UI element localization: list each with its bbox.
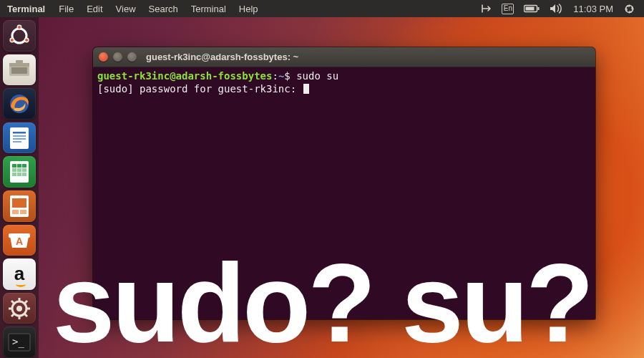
svg-rect-28 [12, 173, 16, 176]
svg-rect-20 [13, 141, 21, 142]
svg-rect-18 [13, 135, 26, 137]
network-indicator-icon[interactable] [475, 4, 497, 14]
launcher-dash[interactable] [3, 20, 36, 52]
launcher-firefox[interactable] [3, 88, 36, 120]
window-close-button[interactable] [99, 52, 108, 62]
svg-rect-26 [17, 168, 21, 172]
svg-rect-30 [22, 173, 26, 176]
svg-rect-22 [12, 164, 16, 168]
menu-file[interactable]: Edit [80, 4, 109, 14]
svg-point-10 [25, 39, 28, 42]
software-center-icon: A [7, 229, 31, 251]
prompt-sep: : [272, 70, 278, 82]
menu-edit[interactable]: View [109, 4, 142, 14]
svg-rect-29 [17, 173, 21, 176]
terminal-output-line: [sudo] password for guest-rk3inc: [97, 83, 303, 95]
prompt-symbol: $ [284, 70, 290, 82]
ubuntu-logo-icon [7, 24, 31, 48]
overlay-caption: sudo? su? [0, 248, 644, 358]
terminal-body[interactable]: guest-rk3inc@adarsh-fossbytes:~$ sudo su… [93, 67, 595, 98]
menu-view[interactable]: Search [142, 4, 185, 14]
window-maximize-button[interactable] [127, 52, 137, 62]
svg-rect-1 [538, 7, 540, 10]
svg-rect-14 [16, 60, 23, 63]
impress-icon [9, 194, 30, 218]
top-menubar: Terminal File Edit View Search Terminal … [0, 0, 644, 17]
svg-rect-24 [22, 164, 26, 168]
svg-rect-32 [12, 198, 26, 208]
clock-indicator[interactable]: 11:03 PM [567, 4, 619, 14]
svg-rect-25 [12, 168, 16, 172]
svg-rect-13 [11, 67, 27, 74]
language-label: En [502, 4, 514, 14]
svg-rect-27 [22, 168, 26, 172]
svg-rect-33 [12, 210, 19, 214]
prompt-user-host: guest-rk3inc@adarsh-fossbytes [97, 70, 272, 82]
launcher-files[interactable] [3, 54, 36, 86]
svg-rect-2 [526, 7, 535, 11]
writer-icon [9, 126, 30, 150]
terminal-title: guest-rk3inc@adarsh-fossbytes: ~ [146, 52, 298, 62]
launcher-impress[interactable] [3, 190, 36, 222]
launcher-calc[interactable] [3, 156, 36, 188]
session-indicator-icon[interactable] [619, 4, 640, 14]
svg-rect-34 [20, 210, 26, 214]
menu-search[interactable]: Terminal [185, 4, 233, 14]
menu-terminal-2[interactable]: Help [233, 4, 265, 14]
svg-text:A: A [16, 236, 23, 247]
svg-point-8 [18, 26, 21, 29]
svg-rect-12 [9, 63, 29, 67]
svg-point-9 [11, 39, 14, 42]
terminal-cursor [303, 84, 309, 94]
svg-rect-23 [17, 164, 21, 168]
keyboard-layout-indicator[interactable]: En [497, 4, 519, 14]
files-icon [7, 59, 31, 80]
window-minimize-button[interactable] [113, 52, 122, 62]
sound-indicator-icon[interactable] [545, 4, 567, 14]
firefox-icon [6, 91, 32, 117]
svg-rect-17 [13, 132, 26, 134]
focused-app-name: Terminal [0, 4, 52, 14]
svg-rect-19 [13, 138, 26, 140]
calc-icon [9, 160, 30, 184]
battery-indicator-icon[interactable] [519, 4, 545, 13]
terminal-command: sudo su [296, 70, 338, 82]
terminal-titlebar[interactable]: guest-rk3inc@adarsh-fossbytes: ~ [93, 47, 595, 67]
launcher-writer[interactable] [3, 122, 36, 154]
menu-terminal[interactable]: File [52, 4, 80, 14]
